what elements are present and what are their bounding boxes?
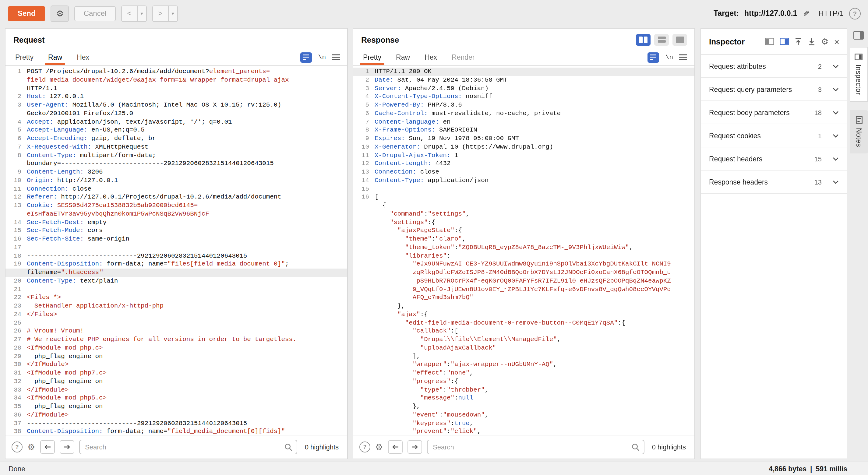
line-number (353, 378, 369, 386)
http-version-selector[interactable]: HTTP/1 (818, 9, 844, 18)
line-number (353, 244, 369, 252)
inspector-section-request-body-parameters[interactable]: Request body parameters18 (701, 101, 847, 124)
forward-button[interactable]: > (153, 6, 168, 21)
line-number: 37 (5, 419, 21, 428)
request-editor[interactable]: 1POST /Projects/drupal-10.2.6/media/add/… (5, 66, 347, 435)
next-match-button[interactable] (59, 440, 74, 454)
next-match-button[interactable] (407, 440, 422, 454)
forward-history-dropdown[interactable]: ▾ (168, 6, 177, 21)
code-line: eIsHfaaETVr3av95yvbqQhzn0kom1P5wPcNSqB2V… (5, 210, 347, 219)
inspector-section-request-query-parameters[interactable]: Request query parameters3 (701, 78, 847, 101)
line-number (353, 277, 369, 286)
code-line: }, (353, 403, 694, 411)
response-viewer[interactable]: 1HTTP/1.1 200 OK2Date: Sat, 04 May 2024 … (353, 66, 694, 435)
code-line: 2Host: 127.0.0.1 (5, 93, 347, 101)
code-line: "progress":{ (353, 378, 694, 386)
show-newlines-button[interactable]: \n (318, 54, 326, 61)
code-line: 5Accept-Language: en-US,en;q=0.5 (5, 126, 347, 135)
view-columns-button[interactable] (636, 34, 651, 45)
tab-request-raw[interactable]: Raw (41, 49, 69, 65)
code-line: "callback":[ (353, 327, 694, 336)
menu-icon[interactable] (679, 54, 687, 60)
forward-split-button: > ▾ (152, 5, 178, 22)
side-tab-notes[interactable]: Notes (850, 110, 868, 153)
search-help-icon[interactable]: ? (11, 442, 23, 452)
dock-panel-icon[interactable] (853, 31, 863, 40)
line-number: 29 (5, 352, 21, 361)
expand-all-icon[interactable] (807, 37, 815, 45)
line-number: 15 (5, 227, 21, 235)
request-settings-button[interactable]: ⚙ (51, 5, 69, 22)
menu-icon[interactable] (332, 54, 340, 60)
code-line: 9_VQqLf0-JjUEwn8U1ov0EY_rZPBLJ1Yc7KLFsfq… (353, 285, 694, 294)
line-number (353, 352, 369, 361)
search-input[interactable] (432, 443, 632, 451)
prev-match-button[interactable] (40, 440, 55, 454)
section-count: 13 (814, 178, 822, 185)
code-line: 32 php_flag engine on (5, 378, 347, 386)
search-settings-icon[interactable]: ⚙ (375, 443, 383, 451)
line-number (353, 344, 369, 353)
word-wrap-toggle[interactable] (301, 52, 312, 62)
line-number (353, 336, 369, 344)
close-icon[interactable]: × (834, 37, 839, 46)
inspector-section-response-headers[interactable]: Response headers13 (701, 170, 847, 194)
search-help-icon[interactable]: ? (360, 442, 370, 452)
chevron-down-icon (833, 64, 839, 68)
code-line: "theme":"claro", (353, 235, 694, 244)
view-single-button[interactable] (673, 34, 687, 45)
edit-target-icon[interactable]: ✎ (803, 9, 809, 18)
view-rows-button[interactable] (654, 34, 669, 45)
pane-right-icon[interactable] (779, 38, 788, 45)
code-line: 24</Files> (5, 311, 347, 319)
line-number: 8 (353, 126, 369, 135)
inspector-sections: Request attributes2Request query paramet… (701, 54, 847, 194)
line-number: 19 (5, 260, 21, 269)
code-line: 12Referer: http://127.0.0.1/Projects/dru… (5, 193, 347, 202)
cancel-button[interactable]: Cancel (74, 6, 116, 21)
line-number (353, 319, 369, 327)
code-line: 31<IfModule mod_php7.c> (5, 369, 347, 378)
request-panel-header: Request (5, 29, 347, 49)
status-separator: | (810, 465, 812, 472)
word-wrap-toggle[interactable] (648, 52, 659, 62)
tab-response-hex[interactable]: Hex (417, 49, 444, 65)
line-number: 14 (353, 177, 369, 185)
code-line: "edit-field-media-document-0-remove-butt… (353, 319, 694, 327)
back-button[interactable]: < (122, 6, 137, 21)
search-settings-icon[interactable]: ⚙ (27, 443, 35, 451)
code-line: 15Sec-Fetch-Mode: cors (5, 227, 347, 235)
inspector-section-request-attributes[interactable]: Request attributes2 (701, 55, 847, 78)
request-search-field[interactable] (79, 440, 298, 454)
side-tab-inspector[interactable]: Inspector (850, 47, 868, 102)
inspector-settings-icon[interactable]: ⚙ (821, 37, 828, 46)
tab-request-pretty[interactable]: Pretty (8, 49, 41, 65)
inspector-tools: ⚙ × (765, 37, 839, 46)
code-line: 9Content-Length: 3206 (5, 168, 347, 177)
tab-response-render[interactable]: Render (444, 49, 482, 65)
inspector-section-request-headers[interactable]: Request headers15 (701, 147, 847, 170)
tab-response-raw[interactable]: Raw (389, 49, 417, 65)
code-line: ], (353, 352, 694, 361)
code-line: 20Content-Type: text/plain (5, 277, 347, 286)
line-number: 8 (5, 151, 21, 160)
pane-left-icon[interactable] (765, 38, 774, 45)
tab-response-pretty[interactable]: Pretty (356, 49, 389, 65)
tab-request-hex[interactable]: Hex (69, 49, 97, 65)
line-number: 35 (5, 403, 21, 411)
code-line: 14Sec-Fetch-Dest: empty (5, 218, 347, 227)
inspector-section-request-cookies[interactable]: Request cookies1 (701, 124, 847, 147)
code-line: 29 php_flag engine on (5, 352, 347, 361)
code-line: 35 php_flag engine on (5, 403, 347, 411)
collapse-all-icon[interactable] (794, 37, 802, 45)
arrow-right-icon (63, 444, 70, 450)
back-history-dropdown[interactable]: ▾ (137, 6, 146, 21)
line-number (5, 160, 21, 168)
search-input[interactable] (84, 443, 285, 451)
show-newlines-button[interactable]: \n (665, 54, 673, 61)
help-icon[interactable]: ? (849, 8, 861, 19)
send-button[interactable]: Send (8, 6, 45, 21)
response-search-field[interactable] (427, 440, 645, 454)
code-line: Gecko/20100101 Firefox/125.0 (5, 109, 347, 118)
prev-match-button[interactable] (388, 440, 402, 454)
